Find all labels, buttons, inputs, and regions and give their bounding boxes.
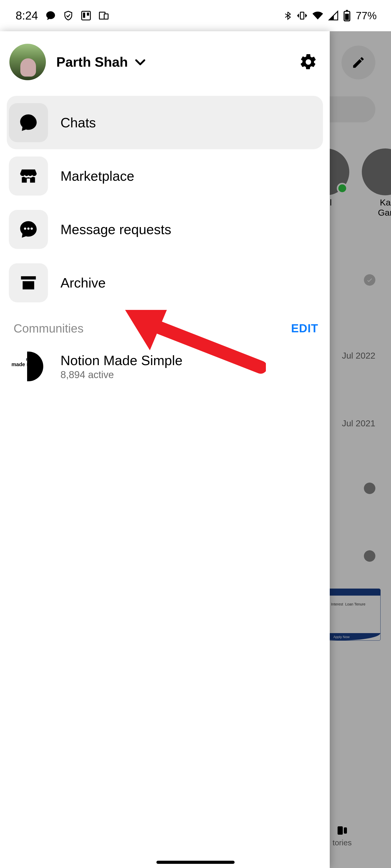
archive-icon <box>9 263 48 302</box>
devices-icon <box>99 10 109 21</box>
nav-message-requests[interactable]: Message requests <box>7 203 323 256</box>
chevron-down-icon[interactable] <box>133 55 147 69</box>
navigation-drawer: Parth Shah Chats Marketplace <box>0 31 330 868</box>
svg-rect-5 <box>300 12 304 19</box>
nav-label: Chats <box>60 115 96 130</box>
status-bar: 8:24 77% <box>0 0 391 31</box>
chat-notif-icon <box>45 10 56 21</box>
shield-icon <box>63 10 74 21</box>
nav-label: Message requests <box>60 222 171 237</box>
svg-rect-8 <box>345 14 349 20</box>
trello-icon <box>81 10 91 21</box>
settings-button[interactable] <box>299 53 318 71</box>
nav-label: Marketplace <box>60 168 134 184</box>
svg-point-13 <box>30 227 33 230</box>
vibrate-icon <box>297 10 307 21</box>
nav-archive[interactable]: Archive <box>7 256 323 309</box>
community-name: Notion Made Simple <box>60 352 183 368</box>
svg-point-11 <box>24 227 26 230</box>
bluetooth-icon <box>283 11 292 20</box>
cell-signal-icon <box>328 10 339 21</box>
edit-communities-button[interactable]: EDIT <box>291 322 318 335</box>
gesture-nav-bar[interactable] <box>157 861 234 864</box>
community-active-count: 8,894 active <box>60 369 183 380</box>
status-time: 8:24 <box>16 9 38 22</box>
svg-rect-2 <box>87 12 89 16</box>
svg-point-12 <box>27 227 30 230</box>
nav-label: Archive <box>60 275 106 291</box>
wifi-icon <box>312 10 324 21</box>
profile-avatar[interactable] <box>9 44 46 80</box>
marketplace-icon <box>9 156 48 195</box>
nav-chats[interactable]: Chats <box>7 96 323 149</box>
profile-name[interactable]: Parth Shah <box>56 54 128 70</box>
community-item[interactable]: notionmade simp Notion Made Simple 8,894… <box>7 340 323 393</box>
message-requests-icon <box>9 210 48 249</box>
svg-rect-1 <box>83 12 85 18</box>
community-logo: notionmade simp <box>9 347 48 386</box>
communities-heading: Communities <box>13 321 83 335</box>
battery-icon <box>343 10 351 21</box>
svg-rect-4 <box>104 14 108 19</box>
svg-rect-7 <box>346 10 348 11</box>
nav-marketplace[interactable]: Marketplace <box>7 149 323 203</box>
chat-bubble-icon <box>9 103 48 142</box>
battery-percent: 77% <box>356 10 377 22</box>
